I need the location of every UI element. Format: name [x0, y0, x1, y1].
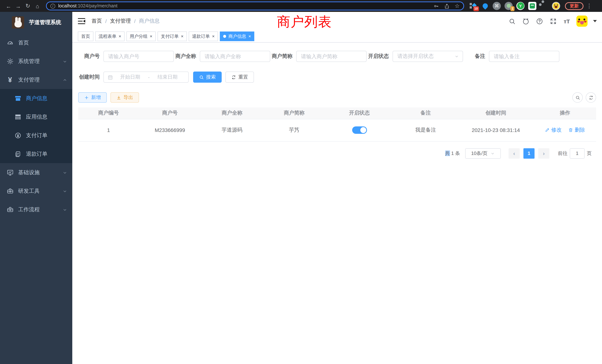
filter-full-name: 商户全称 [175, 51, 270, 62]
sidebar-item-workflow[interactable]: 工作流程 [0, 200, 72, 219]
avatar[interactable] [576, 16, 588, 27]
page-1-button[interactable]: 1 [523, 148, 535, 159]
breadcrumb-separator: / [134, 18, 136, 24]
sidebar-item-merchant-info[interactable]: 商户信息 [0, 89, 72, 107]
sidebar-item-pay-order[interactable]: 支付订单 [0, 126, 72, 145]
breadcrumb-payment[interactable]: 支付管理 [110, 18, 131, 24]
close-icon[interactable]: × [119, 34, 121, 39]
search-icon[interactable] [508, 17, 516, 25]
short-name-input[interactable] [296, 51, 367, 62]
top-navbar: 首页 / 支付管理 / 商户信息 тT 商户列表 [72, 12, 602, 30]
yen-circle-icon [14, 132, 22, 139]
extension-badge: 10 [473, 6, 479, 11]
close-icon[interactable]: × [150, 34, 152, 39]
notes-extension-icon[interactable] [528, 2, 537, 10]
tab-refund-order[interactable]: 退款订单× [189, 32, 218, 41]
fullscreen-icon[interactable] [549, 17, 557, 25]
sidebar-item-home[interactable]: 首页 [0, 33, 72, 52]
proxy-extension-icon[interactable]: 1 [505, 2, 513, 10]
tab-merchant-info[interactable]: 商户信息× [220, 32, 254, 41]
sidebar-item-label: 基础设施 [18, 169, 40, 176]
merchant-table: 商户编号 商户号 商户全称 商户简称 开启状态 备注 创建时间 操作 1 M23… [78, 107, 596, 141]
delete-link[interactable]: 删除 [568, 127, 585, 133]
app-logo[interactable]: 芋道管理系统 [0, 12, 72, 33]
prev-page-button[interactable]: ‹ [509, 148, 520, 159]
drop-extension-icon[interactable] [481, 2, 489, 10]
status-select[interactable]: 请选择开启状态 [393, 51, 463, 62]
trash-icon [568, 128, 573, 132]
col-merchant-id: 商户编号 [78, 107, 139, 119]
key-icon[interactable] [433, 3, 439, 9]
sidebar-menu: 首页 系统管理 ¥ 支付管理 商户信息 应用信息 [0, 33, 72, 219]
help-icon[interactable] [535, 17, 543, 25]
tab-user-group[interactable]: 用户分组× [126, 32, 156, 41]
date-separator: - [147, 74, 150, 80]
reload-icon[interactable]: ↻ [23, 1, 33, 10]
breadcrumb-home[interactable]: 首页 [92, 18, 102, 24]
font-size-icon[interactable]: тT [563, 17, 571, 25]
browser-update-button[interactable]: 更新 [565, 2, 583, 10]
address-bar[interactable]: i localhost:1024/pay/merchant ☆ [46, 1, 464, 10]
chevron-down-icon [63, 207, 67, 212]
tab-home[interactable]: 首页 [78, 32, 93, 41]
payment-submenu: 商户信息 应用信息 支付订单 退款订单 [0, 89, 72, 163]
breadcrumb-current: 商户信息 [139, 18, 160, 24]
reset-button[interactable]: 重置 [225, 72, 254, 83]
document-icon [14, 150, 22, 158]
sidebar-item-refund-order[interactable]: 退款订单 [0, 145, 72, 163]
tab-process-form[interactable]: 流程表单× [95, 32, 125, 41]
emoji-extension-icon[interactable] [552, 2, 560, 10]
toolbox-icon [6, 187, 14, 195]
adblock-extension-icon[interactable]: 10 [469, 2, 477, 10]
page-size-select[interactable]: 10条/页 [465, 148, 501, 159]
total-count: 共 1 条 [445, 150, 460, 157]
forward-icon[interactable]: → [13, 1, 23, 10]
chevron-down-icon [63, 59, 67, 63]
bookmark-star-icon[interactable]: ☆ [455, 3, 460, 9]
col-remark: 备注 [394, 107, 458, 119]
command-extension-icon[interactable]: ⌘ [493, 2, 501, 10]
close-icon[interactable]: × [181, 34, 183, 39]
breadcrumb: 首页 / 支付管理 / 商户信息 [92, 18, 160, 24]
site-info-icon[interactable]: i [50, 3, 55, 8]
goto-page-input[interactable] [570, 148, 585, 159]
active-tab-dot [223, 35, 226, 38]
chevron-down-icon [63, 189, 67, 193]
sidebar: 芋道管理系统 首页 系统管理 ¥ 支付管理 商户信息 [0, 12, 72, 364]
sidebar-item-dev-tools[interactable]: 研发工具 [0, 182, 72, 200]
col-actions: 操作 [534, 107, 596, 119]
back-icon[interactable]: ← [4, 1, 13, 10]
date-range-picker[interactable]: 开始日期 - 结束日期 [103, 72, 189, 83]
select-placeholder: 请选择开启状态 [397, 53, 454, 60]
plus-icon [84, 95, 89, 100]
full-name-input[interactable] [200, 51, 270, 62]
search-icon [575, 95, 580, 100]
field-label: 创建时间 [78, 74, 103, 80]
sidebar-item-payment[interactable]: ¥ 支付管理 [0, 70, 72, 89]
status-toggle[interactable] [352, 126, 367, 134]
puzzle-extension-icon[interactable] [540, 2, 549, 10]
next-page-button[interactable]: › [538, 148, 549, 159]
sidebar-item-infrastructure[interactable]: 基础设施 [0, 163, 72, 182]
sidebar-item-system[interactable]: 系统管理 [0, 52, 72, 70]
share-icon[interactable] [444, 3, 450, 9]
edit-link[interactable]: 修改 [545, 127, 562, 133]
user-caret-down-icon[interactable] [593, 20, 597, 22]
home-icon[interactable]: ⌂ [33, 1, 42, 10]
github-icon[interactable] [522, 17, 530, 25]
browser-menu-icon[interactable]: ⋮ [586, 3, 592, 9]
search-button[interactable]: 搜索 [193, 72, 222, 83]
remark-input[interactable] [489, 51, 559, 62]
sidebar-item-app-info[interactable]: 应用信息 [0, 107, 72, 126]
refresh-table-button[interactable] [586, 92, 596, 103]
merchant-no-input[interactable] [103, 51, 174, 62]
close-icon[interactable]: × [212, 34, 215, 39]
goto-suffix: 页 [587, 150, 592, 157]
toggle-search-button[interactable] [572, 92, 583, 103]
export-button[interactable]: 导出 [110, 92, 139, 103]
tab-pay-order[interactable]: 支付订单× [158, 32, 187, 41]
close-icon[interactable]: × [248, 34, 251, 39]
sidebar-toggle-icon[interactable] [78, 18, 85, 24]
y-extension-icon[interactable]: Y [516, 2, 525, 10]
add-button[interactable]: 新增 [78, 92, 107, 103]
